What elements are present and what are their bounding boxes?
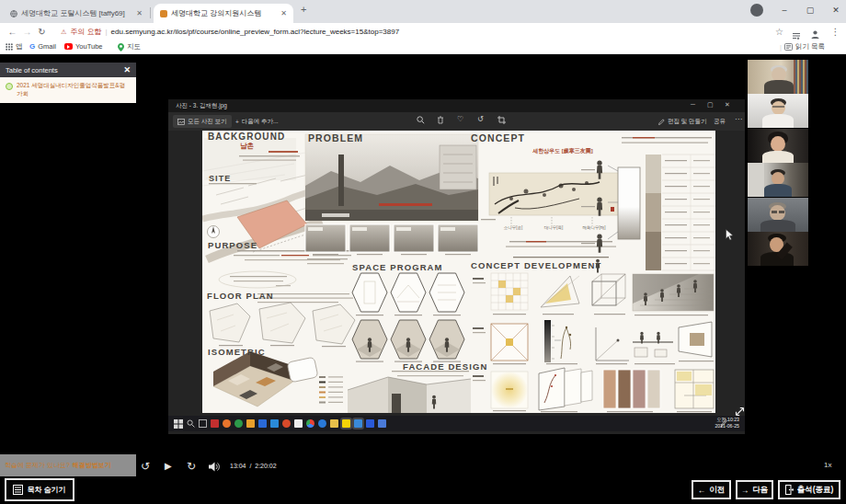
- tab-close-icon[interactable]: ✕: [280, 9, 287, 17]
- picture-icon: [177, 119, 185, 125]
- edit-create-button: 편집 및 만들기: [654, 115, 712, 128]
- crop-icon: [497, 116, 506, 126]
- participant-video[interactable]: [748, 163, 808, 197]
- tab-favicon: [160, 10, 167, 17]
- replay-forward-button[interactable]: ↻: [187, 461, 196, 472]
- bookmark-apps[interactable]: 앱: [6, 42, 23, 52]
- toc-item-status-icon: [6, 83, 13, 90]
- heading-site: SITE: [209, 174, 231, 183]
- bookmark-label: YouTube: [75, 42, 102, 51]
- url-text: edu.semyung.ac.kr/ilos/pf/course/online_…: [111, 28, 400, 36]
- prev-button[interactable]: ← 이전: [692, 480, 731, 499]
- toc-close-icon[interactable]: ✕: [123, 65, 131, 74]
- edit-pencil-icon: [658, 119, 665, 125]
- windows-start-icon: [174, 419, 183, 429]
- add-to-button: + 다음에 추가...: [231, 115, 283, 128]
- delete-icon: [437, 116, 444, 126]
- mouse-cursor: [726, 229, 734, 241]
- bookmark-label: 앱: [16, 42, 23, 52]
- window-maximize-button[interactable]: ▢: [798, 0, 822, 20]
- reading-list-icon: [784, 43, 793, 51]
- prev-label: 이전: [709, 485, 725, 496]
- search-icon: [187, 419, 195, 428]
- reading-list-bookmark[interactable]: | 읽기 목록: [780, 42, 825, 52]
- taskbar-icon-app-green: [234, 419, 243, 428]
- taskbar-icon-app-white: [294, 419, 303, 428]
- forward-button[interactable]: →: [20, 25, 34, 39]
- arrow-right-icon: →: [741, 486, 749, 495]
- window-close-button[interactable]: ✕: [824, 0, 846, 20]
- task-view-icon: [199, 419, 207, 428]
- photos-close-icon: ✕: [725, 101, 730, 109]
- list-icon: [13, 485, 23, 495]
- back-button[interactable]: ←: [6, 25, 19, 39]
- toc-header: Table of contents ✕: [0, 63, 136, 77]
- participant-video[interactable]: [748, 60, 808, 94]
- toc-title: Table of contents: [6, 66, 123, 74]
- taskbar-icon-edge: [318, 419, 326, 428]
- bookmark-maps[interactable]: 지도: [118, 42, 141, 52]
- globe-icon: [10, 10, 17, 17]
- volume-icon[interactable]: [209, 462, 220, 472]
- taskbar-icon-app-blue: [270, 419, 279, 428]
- toc-body: 2021 세명대실내디자인졸업작품발표&평가회: [0, 77, 136, 103]
- new-tab-button[interactable]: +: [301, 4, 306, 15]
- taskbar-icon-app-red: [282, 419, 291, 428]
- rotate-icon: ↺: [477, 115, 484, 123]
- photos-maximize-icon: ▢: [707, 101, 714, 109]
- photos-menu-bar: 모든 사진 보기 + 다음에 추가... ♡ ↺ 편집 및 만들기 공유: [168, 112, 745, 131]
- speed-control[interactable]: 1x: [824, 461, 831, 469]
- bookmark-youtube[interactable]: YouTube: [64, 42, 102, 51]
- bookmark-label: Gmail: [38, 42, 56, 51]
- taskbar-icon-chrome: [306, 419, 314, 428]
- participant-video[interactable]: [748, 232, 808, 266]
- taskbar-icon-kakaotalk: [342, 419, 350, 428]
- share-label: 공유: [714, 118, 726, 126]
- photos-window-title: 사진 - 3. 김재현.jpg: [176, 102, 227, 110]
- heading-problem: PROBLEM: [308, 132, 363, 143]
- address-bar[interactable]: ⚠ 주의 요함 | edu.semyung.ac.kr/ilos/pf/cour…: [53, 25, 761, 39]
- screen: 세명대학교 포탈시스템 [taffy69] ✕ 세명대학교 강의지원시스템 ✕ …: [0, 0, 846, 504]
- next-label: 다음: [752, 485, 768, 496]
- attendance-label: 출석(종료): [797, 485, 834, 496]
- toc-item[interactable]: 2021 세명대실내디자인졸업작품발표&평가회: [6, 82, 131, 98]
- reading-list-label: 읽기 목록: [795, 42, 825, 52]
- participant-video[interactable]: [748, 94, 808, 128]
- help-link[interactable]: 해결방법보기: [73, 461, 111, 470]
- toc-toggle-label: 목차 숨기기: [27, 485, 65, 495]
- participant-video[interactable]: [748, 198, 808, 232]
- tab-portal[interactable]: 세명대학교 포탈시스템 [taffy69] ✕: [4, 4, 149, 23]
- browser-menu-icon[interactable]: ⋮: [829, 25, 842, 39]
- bookmarks-bar: 앱 G Gmail YouTube 지도 | 읽기 목록: [0, 40, 846, 54]
- expand-icon[interactable]: [735, 407, 745, 417]
- heading-facade-design: FACADE DESIGN: [403, 361, 487, 372]
- share-button: 공유: [709, 115, 730, 128]
- lecture-video[interactable]: 사진 - 3. 김재현.jpg ─ ▢ ✕ 모든 사진 보기 + 다음에 추가.…: [168, 99, 745, 434]
- tab-close-icon[interactable]: ✕: [136, 9, 143, 17]
- namchon-title: 남촌: [240, 142, 254, 151]
- bookmark-label: 지도: [127, 42, 141, 52]
- participant-video[interactable]: [748, 129, 808, 163]
- heading-background: BACKGROUND: [208, 132, 285, 142]
- next-button[interactable]: → 다음: [736, 480, 773, 499]
- edit-create-label: 편집 및 만들기: [668, 118, 707, 126]
- window-minimize-button[interactable]: –: [772, 0, 796, 20]
- add-to-label: 다음에 추가...: [242, 118, 279, 126]
- attendance-button[interactable]: 출석(종료): [778, 480, 840, 499]
- toc-toggle-button[interactable]: 목차 숨기기: [5, 478, 74, 501]
- tab-title: 세명대학교 포탈시스템 [taffy69]: [21, 8, 132, 18]
- see-all-label: 모든 사진 보기: [188, 118, 227, 126]
- refresh-button[interactable]: ↻: [35, 25, 49, 39]
- play-button[interactable]: ▶: [165, 462, 172, 471]
- map-pin-icon: [118, 43, 124, 52]
- replay-back-button[interactable]: ↺: [141, 461, 150, 472]
- tree-label-pine: 소나무[송]: [495, 225, 532, 230]
- profile-badge[interactable]: [750, 4, 763, 17]
- bookmark-star-icon[interactable]: ☆: [772, 25, 786, 39]
- design-board: BACKGROUND 남촌 SITE PURPOSE FLOOR PLAN IS…: [202, 131, 715, 413]
- taskbar-icon-app-orange: [223, 419, 231, 428]
- taskbar-icon-illustrator: [246, 419, 255, 428]
- photos-minimize-icon: ─: [691, 101, 695, 108]
- bookmark-gmail[interactable]: G Gmail: [29, 42, 56, 51]
- tab-lms[interactable]: 세명대학교 강의지원시스템 ✕: [154, 4, 293, 23]
